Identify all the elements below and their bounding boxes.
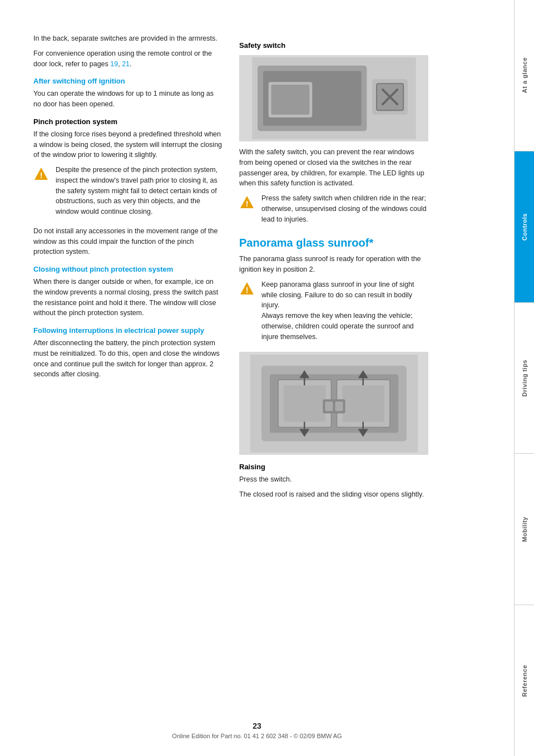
sunroof-image — [239, 352, 428, 455]
sidebar-section-at-a-glance[interactable]: At a glance — [515, 0, 534, 151]
sidebar-label-driving-tips: Driving tips — [521, 360, 528, 397]
electrical-text: After disconnecting the battery, the pin… — [33, 338, 222, 380]
safety-warning-block: ! Press the safety switch when children … — [239, 193, 428, 229]
intro-para1: In the back, separate switches are provi… — [33, 33, 222, 44]
panorama-warning1-block: ! Keep panorama glass sunroof in your li… — [239, 279, 428, 347]
sidebar-section-driving-tips[interactable]: Driving tips — [515, 303, 534, 454]
pinch-para2: Do not install any accessories in the mo… — [33, 226, 222, 257]
svg-rect-32 — [325, 401, 333, 411]
sidebar-label-controls: Controls — [521, 213, 528, 240]
main-content: In the back, separate switches are provi… — [0, 0, 514, 756]
page-footer: 23 Online Edition for Part no. 01 41 2 6… — [0, 721, 514, 739]
warning-triangle-2: ! — [239, 193, 257, 210]
panorama-warning1-text: Keep panorama glass sunroof in your line… — [261, 279, 428, 342]
svg-rect-30 — [342, 385, 384, 421]
after-switching-heading: After switching off ignition — [33, 77, 222, 85]
left-column: In the back, separate switches are provi… — [33, 33, 222, 723]
raising-text2: The closed roof is raised and the slidin… — [239, 489, 428, 500]
raising-text1: Press the switch. — [239, 474, 428, 485]
pinch-warning-block: ! Despite the presence of the pinch prot… — [33, 165, 222, 222]
intro-para2: For convenience operation using the remo… — [33, 48, 222, 70]
right-column: Safety switch — [239, 33, 428, 723]
safety-switch-text: With the safety switch, you can prevent … — [239, 147, 428, 189]
link-21[interactable]: 21 — [122, 60, 130, 68]
sidebar-label-reference: Reference — [521, 665, 528, 697]
svg-text:!: ! — [246, 286, 249, 294]
svg-rect-33 — [335, 401, 343, 411]
sidebar-label-mobility: Mobility — [521, 517, 528, 542]
safety-switch-image — [239, 55, 428, 141]
closing-text: When there is danger outside or when, fo… — [33, 277, 222, 318]
closing-heading: Closing without pinch protection system — [33, 265, 222, 273]
sidebar: At a glance Controls Driving tips Mobili… — [514, 0, 534, 756]
sidebar-label-at-a-glance: At a glance — [521, 57, 528, 93]
panorama-heading: Panorama glass sunroof* — [239, 237, 428, 249]
page-number: 23 — [0, 721, 514, 730]
electrical-heading: Following interruptions in electrical po… — [33, 326, 222, 335]
warning-triangle-1: ! — [33, 165, 51, 181]
svg-text:!: ! — [40, 171, 43, 180]
footer-text: Online Edition for Part no. 01 41 2 602 … — [172, 733, 342, 739]
pinch-text: If the closing force rises beyond a pred… — [33, 129, 222, 160]
safety-warning-text: Press the safety switch when children ri… — [261, 193, 428, 224]
sidebar-section-reference[interactable]: Reference — [515, 605, 534, 756]
raising-heading: Raising — [239, 463, 428, 471]
pinch-warning-text: Despite the presence of the pinch protec… — [56, 165, 222, 217]
sidebar-section-controls[interactable]: Controls — [515, 151, 534, 303]
panorama-text: The panorama glass sunroof is ready for … — [239, 254, 428, 275]
page-wrapper: In the back, separate switches are provi… — [0, 0, 534, 756]
svg-text:!: ! — [246, 199, 249, 208]
pinch-heading: Pinch protection system — [33, 117, 222, 126]
warning-triangle-3: ! — [239, 279, 257, 296]
svg-rect-29 — [284, 385, 325, 421]
sidebar-section-mobility[interactable]: Mobility — [515, 454, 534, 605]
after-switching-text: You can operate the windows for up to 1 … — [33, 89, 222, 110]
svg-rect-6 — [271, 85, 309, 115]
link-19[interactable]: 19 — [110, 60, 118, 68]
safety-switch-heading: Safety switch — [239, 41, 428, 50]
